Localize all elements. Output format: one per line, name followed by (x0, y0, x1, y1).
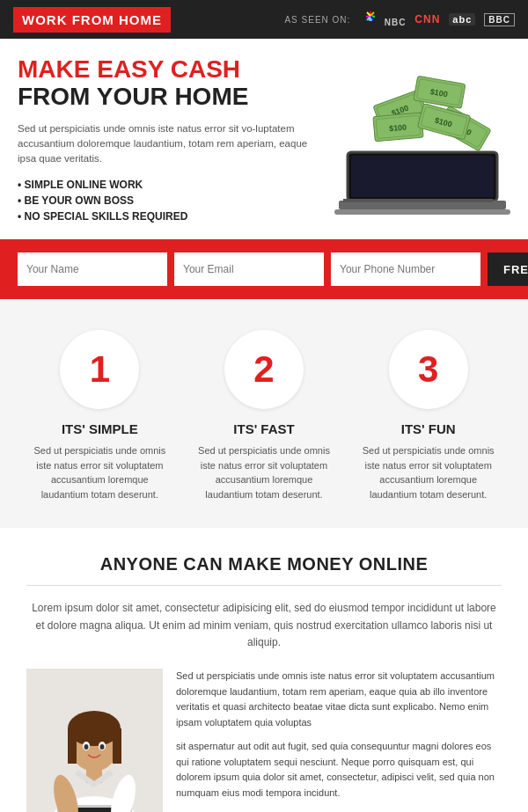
woman-image (26, 669, 163, 812)
step-3-title: ITS' FUN (359, 421, 497, 436)
step-3: 3 ITS' FUN Sed ut perspiciatis unde omni… (346, 330, 510, 501)
anyone-para-1: Sed ut perspiciatis unde omnis iste natu… (176, 669, 502, 730)
step-2-number: 2 (253, 348, 274, 391)
woman-svg (26, 669, 163, 812)
bullet-2: BE YOUR OWN BOSS (18, 194, 317, 207)
network-logos: NBC CNN abc BBC (361, 11, 515, 28)
step-2: 2 ITS' FAST Sed ut perspiciatis unde omn… (182, 330, 347, 501)
form-section: FREE ACCOUNT (0, 239, 528, 299)
laptop-money-svg: $100 $100 $100 $100 (330, 73, 515, 218)
nbc-logo: NBC (361, 11, 406, 28)
free-account-button[interactable]: FREE ACCOUNT (488, 252, 528, 286)
anyone-title: ANYONE CAN MAKE MONEY ONLINE (26, 554, 502, 574)
section-divider (26, 585, 502, 586)
abc-logo: abc (449, 13, 475, 26)
svg-text:$100: $100 (389, 123, 407, 134)
hero-section: MAKE EASY CASH FROM YOUR HOME Sed ut per… (0, 39, 528, 239)
svg-rect-34 (68, 728, 77, 764)
site-logo: WORK FROM HOME (13, 7, 171, 33)
header-right: AS SEEN ON: NBC CNN abc BBC (284, 11, 515, 28)
anyone-text-content: Sed ut perspiciatis unde omnis iste natu… (176, 669, 502, 812)
step-1-number: 1 (90, 348, 110, 391)
email-input[interactable] (174, 252, 324, 286)
hero-description: Sed ut perspiciatis unde omnis iste natu… (18, 121, 317, 167)
hero-title-dark: FROM YOUR HOME (18, 84, 317, 111)
phone-input[interactable] (331, 252, 480, 286)
step-1-circle: 1 (60, 330, 139, 409)
bullet-3: NO SPECIAL SKILLS REQUIRED (18, 210, 317, 223)
step-1-title: ITS' SIMPLE (31, 421, 169, 436)
step-1-desc: Sed ut perspiciatis unde omnis iste natu… (31, 443, 169, 501)
svg-point-38 (84, 744, 89, 750)
anyone-description: Lorem ipsum dolor sit amet, consectetur … (26, 600, 502, 651)
hero-left: MAKE EASY CASH FROM YOUR HOME Sed ut per… (18, 56, 317, 226)
svg-point-39 (100, 744, 105, 750)
svg-rect-24 (351, 156, 494, 197)
step-3-desc: Sed ut perspiciatis unde omnis iste natu… (359, 443, 497, 501)
step-2-circle: 2 (224, 330, 304, 409)
steps-section: 1 ITS' SIMPLE Sed ut perspiciatis unde o… (0, 299, 528, 528)
step-2-title: ITS' FAST (195, 421, 334, 436)
anyone-content: Sed ut perspiciatis unde omnis iste natu… (26, 669, 502, 812)
svg-rect-26 (334, 209, 510, 215)
step-2-desc: Sed ut perspiciatis unde omnis iste natu… (195, 443, 334, 501)
step-3-circle: 3 (389, 330, 468, 409)
hero-image: $100 $100 $100 $100 (326, 56, 510, 226)
svg-rect-35 (113, 728, 121, 764)
hero-bullets: SIMPLE ONLINE WORK BE YOUR OWN BOSS NO S… (18, 179, 317, 223)
laptop-graphic: $100 $100 $100 $100 (330, 73, 506, 209)
header: WORK FROM HOME AS SEEN ON: NBC CNN abc B… (0, 0, 528, 39)
anyone-section: ANYONE CAN MAKE MONEY ONLINE Lorem ipsum… (0, 528, 528, 812)
as-seen-label: AS SEEN ON: (284, 15, 350, 25)
hero-title-red: MAKE EASY CASH (18, 56, 317, 84)
anyone-para-2: sit aspernatur aut odit aut fugit, sed q… (176, 739, 502, 801)
bbc-logo: BBC (484, 13, 515, 26)
cnn-logo: CNN (414, 13, 440, 26)
bullet-1: SIMPLE ONLINE WORK (18, 179, 317, 191)
svg-rect-27 (343, 199, 493, 202)
step-3-number: 3 (418, 348, 438, 391)
step-1: 1 ITS' SIMPLE Sed ut perspiciatis unde o… (18, 330, 182, 501)
name-input[interactable] (18, 252, 167, 286)
